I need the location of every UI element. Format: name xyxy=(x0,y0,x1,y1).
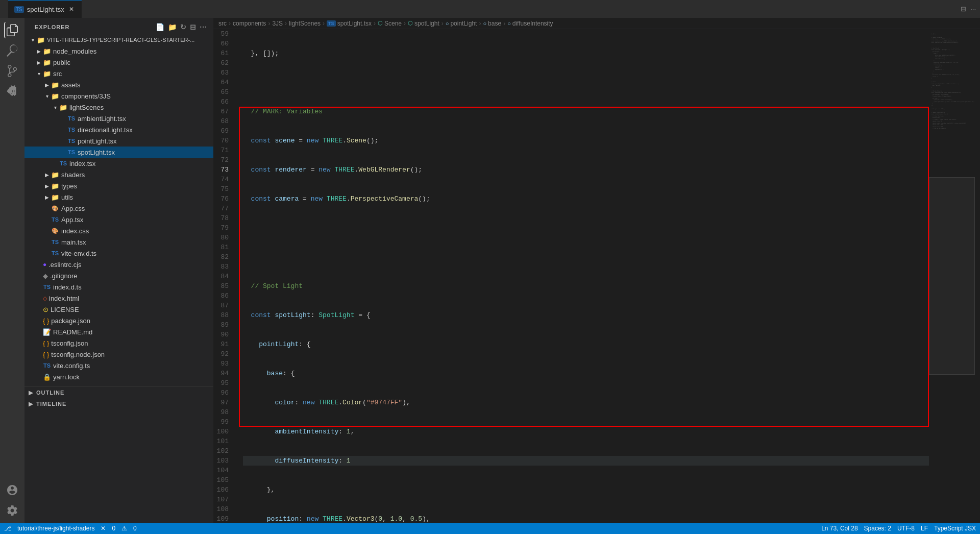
bc-scene[interactable]: ⬡Scene xyxy=(378,20,402,27)
tree-node-modules[interactable]: ▶ 📁 node_modules xyxy=(24,45,213,57)
timeline-header[interactable]: ▶ TIMELINE xyxy=(24,398,213,409)
tab-bar: TS spotLight.tsx ✕ ⊟ ··· xyxy=(0,0,980,18)
activity-extensions[interactable] xyxy=(4,83,20,100)
encoding-label[interactable]: UTF-8 xyxy=(897,525,915,532)
bc-lightscenes[interactable]: lightScenes xyxy=(289,20,321,27)
bc-src[interactable]: src xyxy=(218,20,227,27)
cursor-position[interactable]: Ln 73, Col 28 xyxy=(821,525,857,532)
tree-yarn-lock[interactable]: ▶ 🔒 yarn.lock xyxy=(24,371,213,382)
tree-ambientlight[interactable]: ▶ TS ambientLight.tsx xyxy=(24,113,213,124)
ts-icon5: TS xyxy=(43,283,51,291)
tree-item-label: directionalLight.tsx xyxy=(78,126,133,134)
tab-spotLight[interactable]: TS spotLight.tsx ✕ xyxy=(8,0,82,18)
minimap-content: }, []); // MARK: Variables const scene =… xyxy=(929,29,975,133)
tree-item-label: main.tsx xyxy=(61,238,86,246)
spaces-label[interactable]: Spaces: 2 xyxy=(864,525,891,532)
bc-spotlight[interactable]: ⬡spotLight xyxy=(408,20,439,27)
html-icon: ◇ xyxy=(43,295,47,302)
bc-base[interactable]: ○base xyxy=(483,20,501,27)
bc-spotlight-tsx[interactable]: TS spotLight.tsx xyxy=(327,20,372,27)
tree-item-label: src xyxy=(53,70,62,78)
ts-icon: TS xyxy=(67,137,76,145)
code-content[interactable]: }, []); // MARK: Variables const scene =… xyxy=(239,29,929,523)
tree-directionallight[interactable]: ▶ TS directionalLight.tsx xyxy=(24,124,213,135)
activity-explorer[interactable] xyxy=(4,22,20,38)
code-line xyxy=(243,78,929,87)
code-line: }, []); xyxy=(243,48,929,58)
activity-scm[interactable] xyxy=(4,63,20,79)
tree-app-css[interactable]: ▶ 🎨 App.css xyxy=(24,203,213,214)
tree-components[interactable]: ▾ 📁 components/3JS xyxy=(24,90,213,102)
tree-public[interactable]: ▶ 📁 public xyxy=(24,57,213,68)
activity-account[interactable] xyxy=(4,482,20,498)
tree-shaders[interactable]: ▶ 📁 shaders xyxy=(24,169,213,180)
tree-spotlight[interactable]: ▶ TS spotLight.tsx xyxy=(24,147,213,158)
tree-src[interactable]: ▾ 📁 src xyxy=(24,68,213,79)
editor-actions: ⊟ ··· xyxy=(957,5,980,13)
minimap-viewport xyxy=(929,177,975,375)
git-branch-label[interactable]: tutorial/three-js/light-shaders xyxy=(17,525,94,532)
tree-utils[interactable]: ▶ 📁 utils xyxy=(24,191,213,203)
split-editor-icon[interactable]: ⊟ xyxy=(961,5,966,13)
language-label[interactable]: TypeScript JSX xyxy=(934,525,976,532)
tree-vite-env[interactable]: ▶ TS vite-env.d.ts xyxy=(24,248,213,259)
refresh-icon[interactable]: ↻ xyxy=(180,23,187,31)
tree-item-label: vite.config.ts xyxy=(53,362,90,370)
code-line: color: new THREE.Color("#9747FF"), xyxy=(243,398,929,407)
tree-app-tsx[interactable]: ▶ TS App.tsx xyxy=(24,214,213,225)
tree-main-tsx[interactable]: ▶ TS main.tsx xyxy=(24,236,213,248)
bc-3js[interactable]: 3JS xyxy=(272,20,283,27)
code-line: const scene = new THREE.Scene(); xyxy=(243,136,929,145)
tree-item-label: package.json xyxy=(51,317,90,325)
css-icon2: 🎨 xyxy=(51,227,59,235)
activity-search[interactable] xyxy=(4,42,20,59)
tree-license[interactable]: ▶ ⊙ LICENSE xyxy=(24,304,213,315)
new-file-icon[interactable]: 📄 xyxy=(156,23,165,31)
tree-item-label: LICENSE xyxy=(51,306,79,313)
activity-bar xyxy=(0,18,24,523)
tree-lightscenes[interactable]: ▾ 📁 lightScenes xyxy=(24,102,213,113)
tree-tsconfig[interactable]: ▶ { } tsconfig.json xyxy=(24,337,213,349)
line-ending-label[interactable]: LF xyxy=(921,525,928,532)
ts-icon6: TS xyxy=(43,361,51,370)
more-actions-icon[interactable]: ··· xyxy=(970,5,976,13)
tree-package-json[interactable]: ▶ { } package.json xyxy=(24,315,213,326)
new-folder-icon[interactable]: 📁 xyxy=(168,23,177,31)
error-count[interactable]: 0 xyxy=(112,525,115,532)
timeline-arrow: ▶ xyxy=(29,401,33,407)
tree-item-label: public xyxy=(53,59,70,66)
status-bar: ⎇ tutorial/three-js/light-shaders ✕ 0 ⚠ … xyxy=(0,523,980,534)
tab-close-button[interactable]: ✕ xyxy=(67,5,76,13)
tree-readme[interactable]: ▶ 📝 README.md xyxy=(24,326,213,337)
ts-icon4: TS xyxy=(51,249,59,257)
tree-index-tsx[interactable]: ▶ TS index.tsx xyxy=(24,158,213,169)
git-branch-icon: ⎇ xyxy=(4,525,11,532)
code-line: const spotLight: SpotLight = { xyxy=(243,310,929,320)
tree-types[interactable]: ▶ 📁 types xyxy=(24,180,213,191)
tree-root[interactable]: ▾ 📁 VITE-THREEJS-TYPESCRIPT-REACT-GLSL-S… xyxy=(24,34,213,45)
bc-pointlight[interactable]: ○pointLight xyxy=(446,20,477,27)
activity-bar-bottom xyxy=(4,482,20,523)
lock-icon: 🔒 xyxy=(43,373,51,381)
tree-vite-config[interactable]: ▶ TS vite.config.ts xyxy=(24,360,213,371)
outline-header[interactable]: ▶ OUTLINE xyxy=(24,387,213,398)
bc-components[interactable]: components xyxy=(233,20,266,27)
bc-diffuse[interactable]: ○diffuseIntensity xyxy=(507,20,553,27)
vertical-scrollbar[interactable] xyxy=(975,29,980,523)
warning-count[interactable]: 0 xyxy=(133,525,137,532)
collapse-all-icon[interactable]: ⊟ xyxy=(190,23,197,31)
activity-settings[interactable] xyxy=(4,502,20,519)
more-icon[interactable]: ··· xyxy=(200,23,207,31)
ts-icon: TS xyxy=(67,126,76,134)
tree-assets[interactable]: ▶ 📁 assets xyxy=(24,79,213,90)
sidebar-title: EXPLORER xyxy=(35,24,70,30)
tree-gitignore[interactable]: ▶ ◆ .gitignore xyxy=(24,270,213,281)
tree-index-dts[interactable]: ▶ TS index.d.ts xyxy=(24,281,213,293)
outline-label: OUTLINE xyxy=(36,390,64,396)
tree-pointlight[interactable]: ▶ TS pointLight.tsx xyxy=(24,135,213,147)
tree-index-css[interactable]: ▶ 🎨 index.css xyxy=(24,225,213,236)
tree-eslint[interactable]: ▶ ● .eslintrc.cjs xyxy=(24,259,213,270)
editor-area: src › components › 3JS › lightScenes › T… xyxy=(213,18,980,523)
tree-tsconfig-node[interactable]: ▶ { } tsconfig.node.json xyxy=(24,349,213,360)
tree-index-html[interactable]: ▶ ◇ index.html xyxy=(24,293,213,304)
